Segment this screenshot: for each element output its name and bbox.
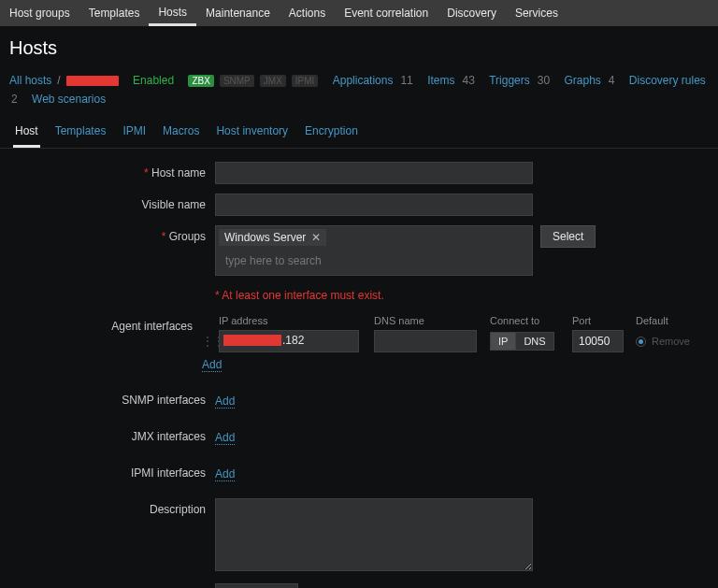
iface-ip-redacted — [223, 335, 281, 346]
groups-tagbox[interactable]: Windows Server ✕ — [215, 225, 533, 276]
visible-name-input[interactable] — [215, 194, 533, 216]
badge-jmx: JMX — [260, 75, 286, 87]
subtabs: Host Templates IPMI Macros Host inventor… — [0, 115, 718, 149]
nav-services[interactable]: Services — [506, 0, 567, 26]
badge-ipmi: IPMI — [292, 75, 319, 87]
crumb-enabled: Enabled — [133, 74, 174, 87]
group-tag: Windows Server ✕ — [219, 229, 326, 246]
top-nav: Host groups Templates Hosts Maintenance … — [0, 0, 718, 26]
proxy-select[interactable]: (no proxy) ▼ — [215, 583, 298, 588]
label-host-name: Host name — [9, 162, 215, 179]
iface-port-input[interactable] — [572, 330, 624, 352]
jmx-add-link[interactable]: Add — [215, 431, 235, 445]
crumb-applications[interactable]: Applications — [333, 74, 394, 87]
page-title: Hosts — [0, 26, 718, 70]
nav-host-groups[interactable]: Host groups — [0, 0, 79, 26]
description-textarea[interactable] — [215, 498, 533, 571]
crumb-all-hosts[interactable]: All hosts — [9, 74, 51, 87]
crumb-items[interactable]: Items — [427, 74, 454, 87]
iface-head-connect: Connect to — [490, 315, 567, 326]
nav-discovery[interactable]: Discovery — [438, 0, 506, 26]
iface-row: ⋮⋮ .182 IP DNS Remove — [202, 330, 709, 352]
crumb-web-scenarios[interactable]: Web scenarios — [32, 93, 106, 106]
iface-remove-link: Remove — [652, 336, 690, 347]
iface-head-default: Default — [636, 315, 709, 326]
label-visible-name: Visible name — [9, 194, 215, 211]
iface-ip-suffix: .182 — [282, 334, 304, 347]
crumb-sep: / — [57, 74, 60, 87]
breadcrumb: All hosts / Enabled ZBX SNMPJMXIPMI Appl… — [0, 70, 718, 115]
label-agent-interfaces: Agent interfaces — [9, 315, 202, 333]
tab-templates[interactable]: Templates — [53, 121, 108, 148]
nav-hosts[interactable]: Hosts — [149, 0, 196, 26]
tab-host[interactable]: Host — [13, 121, 40, 148]
host-form: Host name Visible name Groups Windows Se… — [0, 149, 718, 588]
host-name-input[interactable] — [215, 162, 533, 184]
ipmi-add-link[interactable]: Add — [215, 467, 235, 481]
crumb-applications-count: 11 — [400, 74, 412, 87]
tab-host-inventory[interactable]: Host inventory — [214, 121, 290, 148]
crumb-graphs[interactable]: Graphs — [564, 74, 600, 87]
iface-connect-toggle: IP DNS — [490, 332, 554, 351]
agent-add-link[interactable]: Add — [202, 358, 222, 372]
snmp-add-link[interactable]: Add — [215, 394, 235, 409]
label-groups: Groups — [9, 225, 215, 243]
label-snmp-interfaces: SNMP interfaces — [9, 389, 215, 407]
crumb-hostname-redacted[interactable] — [66, 76, 119, 86]
iface-head-ip: IP address — [219, 315, 368, 326]
crumb-discovery-rules[interactable]: Discovery rules — [629, 74, 706, 87]
nav-event-correlation[interactable]: Event correlation — [335, 0, 438, 26]
iface-connect-dns[interactable]: DNS — [515, 332, 553, 351]
iface-head-dns: DNS name — [374, 315, 484, 326]
badge-snmp: SNMP — [220, 75, 254, 87]
iface-header: IP address DNS name Connect to Port Defa… — [202, 315, 709, 326]
groups-search-input[interactable] — [220, 251, 519, 271]
group-tag-label: Windows Server — [224, 231, 306, 244]
tab-ipmi[interactable]: IPMI — [121, 121, 148, 148]
crumb-triggers-count: 30 — [538, 74, 550, 87]
badge-zbx: ZBX — [188, 75, 213, 87]
group-tag-remove-icon[interactable]: ✕ — [311, 231, 321, 244]
label-ipmi-interfaces: IPMI interfaces — [9, 462, 215, 480]
iface-connect-ip[interactable]: IP — [490, 332, 515, 351]
nav-maintenance[interactable]: Maintenance — [196, 0, 280, 26]
iface-head-port: Port — [572, 315, 630, 326]
drag-handle-icon[interactable]: ⋮⋮ — [202, 335, 213, 348]
nav-templates[interactable]: Templates — [79, 0, 150, 26]
tab-macros[interactable]: Macros — [161, 121, 201, 148]
crumb-items-count: 43 — [462, 74, 474, 87]
crumb-triggers[interactable]: Triggers — [489, 74, 530, 87]
iface-dns-input[interactable] — [374, 330, 477, 352]
nav-actions[interactable]: Actions — [280, 0, 335, 26]
crumb-graphs-count: 4 — [609, 74, 615, 87]
label-proxy: Monitored by proxy — [9, 583, 215, 588]
crumb-discovery-rules-count: 2 — [11, 93, 18, 106]
groups-select-button[interactable]: Select — [540, 225, 596, 248]
tab-encryption[interactable]: Encryption — [303, 121, 360, 148]
label-jmx-interfaces: JMX interfaces — [9, 425, 215, 443]
iface-default-radio[interactable] — [636, 337, 646, 347]
interface-warning: At least one interface must exist. — [215, 289, 709, 302]
label-description: Description — [9, 498, 215, 516]
